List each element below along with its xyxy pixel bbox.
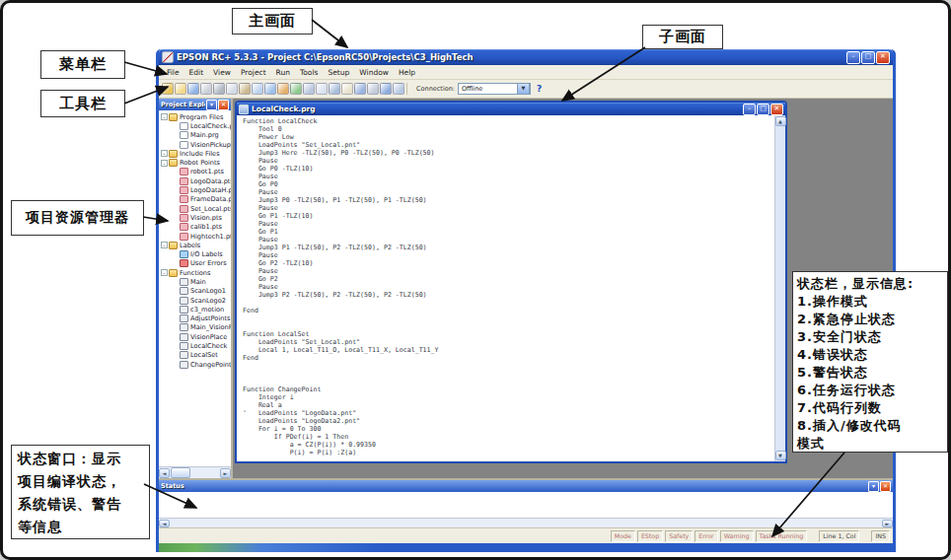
tree-item-scanlogo1[interactable]: ScanLogo1 xyxy=(161,287,231,296)
window-title: EPSON RC+ 5.3.3 - Project C:\EpsonRC50\P… xyxy=(177,52,846,62)
connection-dropdown[interactable]: Offline ▼ xyxy=(458,83,531,95)
tree-item-i-o-labels[interactable]: I/O Labels xyxy=(161,249,231,258)
tree-item-robot1-pts[interactable]: robot1.pts xyxy=(161,168,231,176)
fn-icon xyxy=(180,278,188,286)
tree-item-logodatah-pts[interactable]: LogoDataH.pts xyxy=(161,185,231,194)
tree-item-localcheck[interactable]: LocalCheck xyxy=(161,341,231,350)
close-pane-icon[interactable]: ✕ xyxy=(218,100,229,110)
status-pin-icon[interactable]: ▾ xyxy=(868,481,879,492)
tree-item-scanlogo2[interactable]: ScanLogo2 xyxy=(161,296,231,305)
code-editor[interactable]: Function LocalCheck Tool 0 Power Low Loa… xyxy=(237,115,774,461)
tree-item-include-files[interactable]: -Include Files xyxy=(161,149,231,158)
tree-item-user-errors[interactable]: User Errors xyxy=(161,259,231,268)
tree-item-framedata-pts[interactable]: FrameData.pts xyxy=(161,195,231,204)
status-scroll-left-icon[interactable]: ◄ xyxy=(159,520,170,527)
menu-run[interactable]: Run xyxy=(272,68,294,77)
open-project-icon[interactable] xyxy=(175,83,186,95)
annotated-screenshot: EPSON RC+ 5.3.3 - Project C:\EpsonRC50\P… xyxy=(0,0,951,560)
pts-icon xyxy=(180,168,188,175)
status-close-icon[interactable]: ✕ xyxy=(880,481,891,492)
expand-icon[interactable]: - xyxy=(161,242,168,248)
help-button[interactable]: ? xyxy=(537,84,542,94)
tree-item-program-files[interactable]: -Program Files xyxy=(161,112,231,121)
task-manager-icon[interactable] xyxy=(329,83,340,95)
tree-item-robot-points[interactable]: -Robot Points xyxy=(161,158,231,167)
status-pane-caption[interactable]: Status ▾ ✕ xyxy=(159,480,893,492)
io-monitor-icon[interactable] xyxy=(316,83,328,95)
tree-item-main[interactable]: Main xyxy=(161,277,231,286)
menu-window[interactable]: Window xyxy=(355,68,393,77)
main-title-bar[interactable]: EPSON RC+ 5.3.3 - Project C:\EpsonRC50\P… xyxy=(159,49,893,65)
scroll-thumb[interactable] xyxy=(171,467,190,478)
save-all-icon[interactable] xyxy=(187,83,199,95)
tree-item-c3-motion[interactable]: c3_motion xyxy=(161,305,231,314)
tree-item-labels[interactable]: -Labels xyxy=(161,241,231,249)
tree-item-label: Program Files xyxy=(180,113,223,121)
editor-vertical-scrollbar[interactable]: ▲ ▼ xyxy=(774,115,785,461)
scroll-down-icon[interactable]: ▼ xyxy=(775,451,786,460)
paste-icon[interactable] xyxy=(239,83,251,95)
simulator-icon[interactable] xyxy=(367,83,379,95)
tree-item-main-visionfi[interactable]: Main_VisionFi xyxy=(161,323,231,332)
tree-item-hightech1-pts[interactable]: Hightech1.pts xyxy=(161,232,231,241)
menu-tools[interactable]: Tools xyxy=(296,68,322,77)
copy-icon[interactable] xyxy=(226,83,238,95)
expand-icon[interactable]: - xyxy=(161,269,168,276)
operator-window-icon[interactable] xyxy=(303,83,315,95)
expand-icon[interactable]: - xyxy=(161,113,168,120)
maintenance-icon[interactable] xyxy=(393,83,404,95)
tree-item-visionpickup-p[interactable]: VisionPickup.p xyxy=(161,140,231,149)
project-explorer-caption[interactable]: Project Explorer ▾ ✕ xyxy=(159,99,231,110)
editor-restore-button[interactable]: □ xyxy=(757,104,769,115)
robot-manager-icon[interactable] xyxy=(277,83,289,95)
new-project-icon[interactable] xyxy=(162,83,174,95)
expand-icon[interactable]: - xyxy=(161,160,168,167)
menu-view[interactable]: View xyxy=(209,68,235,77)
find-icon[interactable] xyxy=(252,83,263,95)
scroll-left-icon[interactable]: ◄ xyxy=(159,468,170,478)
prg-icon xyxy=(180,122,188,130)
print-icon[interactable] xyxy=(200,83,212,95)
tree-item-set-local-pts[interactable]: Set_Local.pts xyxy=(161,204,231,213)
menu-help[interactable]: Help xyxy=(395,68,419,77)
tree-item-logodata-pts[interactable]: LogoData.pts xyxy=(161,176,231,185)
status-horizontal-scrollbar[interactable]: ◄ ► xyxy=(159,518,893,527)
status-scroll-right-icon[interactable]: ► xyxy=(882,520,893,527)
code-line: Pause xyxy=(243,157,774,165)
scroll-right-icon[interactable]: ► xyxy=(220,468,231,478)
status-window-pane: Status ▾ ✕ ◄ ► xyxy=(159,478,893,527)
menu-file[interactable]: File xyxy=(163,68,183,77)
menu-project[interactable]: Project xyxy=(237,68,270,77)
close-button[interactable]: ✕ xyxy=(876,51,890,64)
editor-title-bar[interactable]: LocalCheck.prg – □ ✕ xyxy=(237,103,785,115)
tree-item-calib1-pts[interactable]: calib1.pts xyxy=(161,223,231,232)
tree-item-vision-pts[interactable]: Vision.pts xyxy=(161,213,231,222)
tree-horizontal-scrollbar[interactable]: ◄ ► xyxy=(159,466,231,478)
chevron-down-icon[interactable]: ▼ xyxy=(517,83,530,95)
vision-guide-icon[interactable] xyxy=(354,83,366,95)
pin-icon[interactable]: ▾ xyxy=(206,100,217,110)
tree-item-changepoint[interactable]: ChangePoint xyxy=(161,360,231,369)
menu-setup[interactable]: Setup xyxy=(324,68,353,77)
tree-item-functions[interactable]: -Functions xyxy=(161,268,231,277)
tree-item-localset[interactable]: LocalSet xyxy=(161,351,231,360)
folder-icon xyxy=(169,242,178,249)
callout-project-explorer: 项目资源管理器 xyxy=(11,200,144,236)
menu-edit[interactable]: Edit xyxy=(185,68,208,77)
editor-minimize-button[interactable]: – xyxy=(743,104,756,115)
minimize-button[interactable]: – xyxy=(846,51,860,64)
command-window-icon[interactable] xyxy=(341,83,353,95)
project-builder-icon[interactable] xyxy=(264,83,276,95)
tree-item-adjustpoints[interactable]: AdjustPoints xyxy=(161,315,231,323)
code-line: Pause xyxy=(243,267,774,275)
tree-item-main-prg[interactable]: Main.prg xyxy=(161,131,231,140)
tree-item-localcheck-pr[interactable]: LocalCheck.pr xyxy=(161,121,231,130)
editor-close-button[interactable]: ✕ xyxy=(770,104,783,115)
scroll-up-icon[interactable]: ▲ xyxy=(775,116,786,126)
tree-item-visionplace[interactable]: VisionPlace xyxy=(161,332,231,341)
expand-icon[interactable]: - xyxy=(161,150,168,157)
cut-icon[interactable] xyxy=(213,83,225,95)
run-window-icon[interactable] xyxy=(290,83,302,95)
maximize-button[interactable]: □ xyxy=(861,51,875,64)
controller-tools-icon[interactable] xyxy=(380,83,392,95)
